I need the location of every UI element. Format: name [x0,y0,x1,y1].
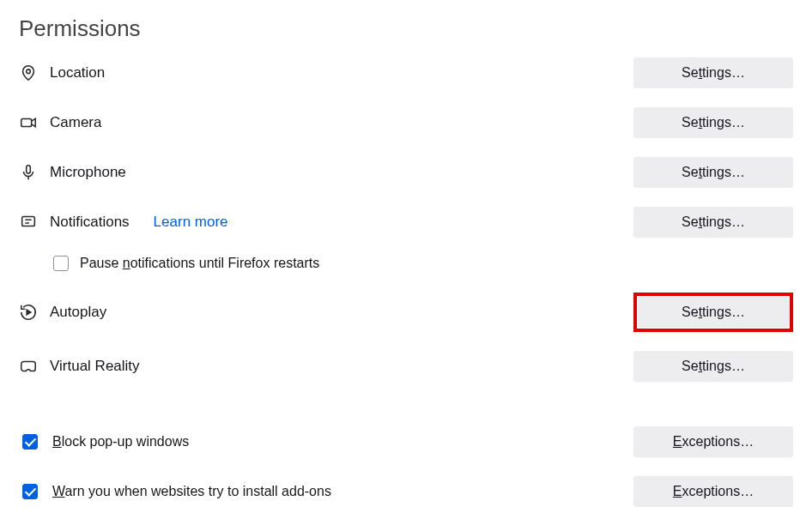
autoplay-icon [19,303,38,322]
svg-rect-3 [22,217,35,226]
pause-notifications-row: Pause notifications until Firefox restar… [50,253,793,274]
warn-addons-checkbox[interactable] [22,484,38,499]
notifications-settings-button[interactable]: Settings… [633,207,793,238]
permissions-row-notifications: Notifications Learn more Settings… [19,207,793,238]
svg-rect-1 [21,118,32,126]
permissions-row-vr: Virtual Reality Settings… [19,351,793,382]
autoplay-highlight-box: Settings… [633,293,793,332]
permissions-row-camera: Camera Settings… [19,107,793,138]
location-icon [19,63,38,82]
microphone-settings-button[interactable]: Settings… [633,157,793,188]
permissions-row-location: Location Settings… [19,57,793,88]
camera-settings-button[interactable]: Settings… [633,107,793,138]
location-settings-button[interactable]: Settings… [633,57,793,88]
vr-icon [19,357,38,376]
warn-addons-exceptions-button[interactable]: Exceptions… [633,476,793,507]
block-popups-exceptions-button[interactable]: Exceptions… [633,426,793,457]
notifications-learn-more-link[interactable]: Learn more [154,214,228,231]
permissions-row-autoplay: Autoplay Settings… [19,293,793,332]
svg-rect-2 [27,166,31,173]
pause-notifications-label[interactable]: Pause notifications until Firefox restar… [80,256,319,271]
autoplay-label: Autoplay [50,304,106,321]
autoplay-settings-button[interactable]: Settings… [638,297,789,328]
location-label: Location [50,64,105,81]
block-popups-row: Block pop-up windows Exceptions… [19,426,793,457]
vr-settings-button[interactable]: Settings… [633,351,793,382]
warn-addons-label[interactable]: Warn you when websites try to install ad… [52,484,331,499]
camera-icon [19,113,38,132]
vr-label: Virtual Reality [50,358,140,375]
pause-notifications-checkbox[interactable] [53,256,69,271]
microphone-icon [19,163,38,182]
block-popups-checkbox[interactable] [22,434,38,450]
camera-label: Camera [50,114,101,131]
permissions-section-title: Permissions [19,15,793,42]
svg-point-0 [27,69,31,74]
notifications-icon [19,213,38,232]
warn-addons-row: Warn you when websites try to install ad… [19,476,793,507]
block-popups-label[interactable]: Block pop-up windows [52,434,189,450]
permissions-row-microphone: Microphone Settings… [19,157,793,188]
microphone-label: Microphone [50,164,126,181]
notifications-label: Notifications [50,214,130,231]
